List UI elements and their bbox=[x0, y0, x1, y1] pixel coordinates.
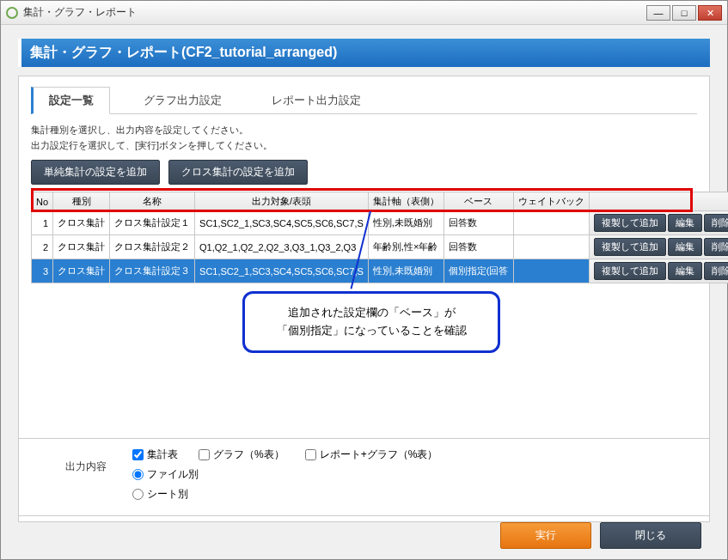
copy-row-button[interactable]: 複製して追加 bbox=[594, 238, 666, 256]
page-title: 集計・グラフ・レポート(CF2_tutorial_arranged) bbox=[18, 39, 710, 67]
cell-weight bbox=[513, 259, 589, 283]
execute-button[interactable]: 実行 bbox=[500, 522, 591, 549]
tab-bar: 設定一覧 グラフ出力設定 レポート出力設定 bbox=[31, 87, 697, 114]
maximize-button[interactable]: □ bbox=[672, 5, 696, 21]
chk-graph-label[interactable]: グラフ（%表） bbox=[199, 447, 284, 462]
edit-row-button[interactable]: 編集 bbox=[668, 238, 702, 256]
radio-file-label[interactable]: ファイル別 bbox=[132, 467, 199, 482]
table-row[interactable]: 1クロス集計クロス集計設定１SC1,SC2_1,SC3,SC4,SC5,SC6,… bbox=[32, 211, 729, 235]
edit-row-button[interactable]: 編集 bbox=[668, 262, 702, 280]
cell-base: 個別指定(回答 bbox=[444, 259, 513, 283]
col-base: ベース bbox=[444, 192, 513, 211]
chk-table[interactable] bbox=[132, 449, 144, 460]
output-row-radio: ファイル別 bbox=[132, 467, 697, 482]
col-axis: 集計軸（表側） bbox=[368, 192, 444, 211]
cell-type: クロス集計 bbox=[53, 235, 110, 259]
chk-graph[interactable] bbox=[199, 449, 210, 460]
output-row-checks: 集計表 グラフ（%表） レポート+グラフ（%表） bbox=[132, 447, 697, 462]
table-header-row: No 種別 名称 出力対象/表頭 集計軸（表側） ベース ウェイトバック bbox=[32, 192, 729, 211]
col-name: 名称 bbox=[110, 192, 195, 211]
cell-axis: 性別,未既婚別 bbox=[368, 211, 444, 235]
cell-no: 2 bbox=[32, 235, 53, 259]
add-button-row: 単純集計の設定を追加 クロス集計の設定を追加 bbox=[31, 160, 697, 185]
instruction-line-2: 出力設定行を選択して、[実行]ボタンを押してください。 bbox=[31, 138, 697, 154]
instructions: 集計種別を選択し、出力内容を設定してください。 出力設定行を選択して、[実行]ボ… bbox=[31, 123, 697, 153]
window-buttons: — □ ✕ bbox=[646, 5, 722, 21]
output-row-radio2: シート別 bbox=[132, 487, 697, 502]
chk-report-label[interactable]: レポート+グラフ（%表） bbox=[305, 447, 438, 462]
col-type: 種別 bbox=[53, 192, 110, 211]
callout-line-1: 追加された設定欄の「ベース」が bbox=[259, 304, 484, 322]
window-title: 集計・グラフ・レポート bbox=[23, 5, 646, 20]
add-simple-button[interactable]: 単純集計の設定を追加 bbox=[31, 160, 160, 185]
cell-weight bbox=[513, 235, 589, 259]
cell-actions: 複製して追加編集削除 bbox=[589, 211, 728, 235]
delete-row-button[interactable]: 削除 bbox=[704, 214, 729, 232]
copy-row-button[interactable]: 複製して追加 bbox=[594, 262, 666, 280]
cell-base: 回答数 bbox=[444, 235, 513, 259]
settings-table: No 種別 名称 出力対象/表頭 集計軸（表側） ベース ウェイトバック 1クロ… bbox=[31, 192, 728, 283]
cell-name: クロス集計設定１ bbox=[110, 211, 195, 235]
cell-actions: 複製して追加編集削除 bbox=[589, 259, 728, 283]
cell-target: SC1,SC2_1,SC3,SC4,SC5,SC6,SC7,S bbox=[195, 259, 369, 283]
callout-box: 追加された設定欄の「ベース」が 「個別指定」になっていることを確認 bbox=[242, 291, 500, 353]
close-footer-button[interactable]: 閉じる bbox=[600, 522, 701, 549]
radio-sheet-label[interactable]: シート別 bbox=[132, 487, 188, 502]
add-cross-button[interactable]: クロス集計の設定を追加 bbox=[168, 160, 308, 185]
cell-name: クロス集計設定２ bbox=[110, 235, 195, 259]
table-row[interactable]: 2クロス集計クロス集計設定２Q1,Q2_1,Q2_2,Q2_3,Q3_1,Q3_… bbox=[32, 235, 729, 259]
footer-buttons: 実行 閉じる bbox=[500, 522, 701, 549]
content-area: 集計・グラフ・レポート(CF2_tutorial_arranged) 設定一覧 … bbox=[1, 25, 727, 529]
close-button[interactable]: ✕ bbox=[698, 5, 722, 21]
tab-graph-output[interactable]: グラフ出力設定 bbox=[127, 87, 238, 113]
delete-row-button[interactable]: 削除 bbox=[704, 262, 729, 280]
cell-base: 回答数 bbox=[444, 211, 513, 235]
cell-type: クロス集計 bbox=[53, 259, 110, 283]
cell-name: クロス集計設定３ bbox=[110, 259, 195, 283]
col-no: No bbox=[32, 192, 53, 211]
titlebar: 集計・グラフ・レポート — □ ✕ bbox=[1, 1, 727, 25]
chk-report[interactable] bbox=[305, 449, 316, 460]
cell-no: 3 bbox=[32, 259, 53, 283]
cell-weight bbox=[513, 211, 589, 235]
cell-target: SC1,SC2_1,SC3,SC4,SC5,SC6,SC7,S bbox=[195, 211, 369, 235]
col-target: 出力対象/表頭 bbox=[195, 192, 369, 211]
callout-line-2: 「個別指定」になっていることを確認 bbox=[259, 322, 484, 340]
cell-no: 1 bbox=[32, 211, 53, 235]
tab-settings-list[interactable]: 設定一覧 bbox=[31, 87, 110, 114]
instruction-line-1: 集計種別を選択し、出力内容を設定してください。 bbox=[31, 123, 697, 138]
edit-row-button[interactable]: 編集 bbox=[668, 214, 702, 232]
tab-report-output[interactable]: レポート出力設定 bbox=[255, 87, 377, 113]
delete-row-button[interactable]: 削除 bbox=[704, 238, 729, 256]
col-weight: ウェイトバック bbox=[513, 192, 589, 211]
radio-by-sheet[interactable] bbox=[132, 489, 144, 500]
cell-axis: 性別,未既婚別 bbox=[368, 259, 444, 283]
cell-target: Q1,Q2_1,Q2_2,Q2_3,Q3_1,Q3_2,Q3 bbox=[195, 235, 369, 259]
cell-type: クロス集計 bbox=[53, 211, 110, 235]
table-row[interactable]: 3クロス集計クロス集計設定３SC1,SC2_1,SC3,SC4,SC5,SC6,… bbox=[32, 259, 729, 283]
minimize-button[interactable]: — bbox=[646, 5, 670, 21]
chk-table-label[interactable]: 集計表 bbox=[132, 447, 178, 462]
app-icon bbox=[6, 7, 18, 19]
copy-row-button[interactable]: 複製して追加 bbox=[594, 214, 666, 232]
output-panel: 出力内容 集計表 グラフ（%表） レポート+グラフ（%表） ファイル別 シート別 bbox=[18, 438, 710, 516]
radio-by-file[interactable] bbox=[132, 469, 144, 480]
col-actions bbox=[589, 192, 728, 211]
output-label: 出力内容 bbox=[65, 447, 107, 474]
app-window: 集計・グラフ・レポート — □ ✕ 集計・グラフ・レポート(CF2_tutori… bbox=[0, 0, 728, 560]
cell-actions: 複製して追加編集削除 bbox=[589, 235, 728, 259]
output-options: 集計表 グラフ（%表） レポート+グラフ（%表） ファイル別 シート別 bbox=[132, 447, 697, 507]
cell-axis: 年齢別,性×年齢 bbox=[368, 235, 444, 259]
